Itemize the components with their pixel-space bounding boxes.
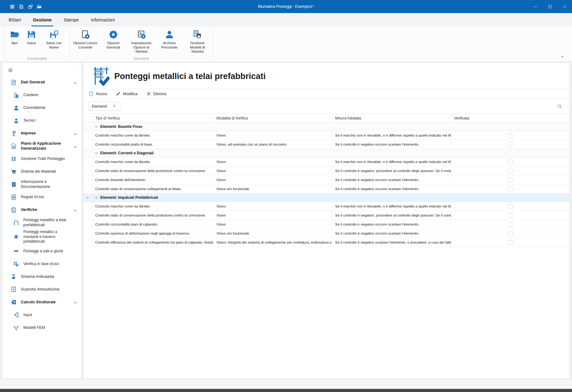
sidebar-item-distinta-dei-materiali[interactable]: Distinta dei Materiali — [2, 165, 82, 178]
cell-verificata — [451, 140, 570, 149]
maximize-icon — [547, 4, 553, 9]
toolbar-button-nuovo[interactable]: Nuovo — [88, 91, 107, 96]
cell-verificata — [451, 131, 570, 140]
verificata-checkbox[interactable] — [508, 231, 513, 236]
ribbon-button-apri[interactable]: Apri — [7, 29, 23, 45]
sidebar-item-ponteggi-metallici-a-montanti-e-traversi-prefabbricati[interactable]: Ponteggi metallici a montanti e traversi… — [2, 229, 82, 245]
sidebar-menu-toggle[interactable] — [2, 63, 82, 76]
table-row[interactable]: Controllo marchio come da libretto. Visi… — [83, 202, 570, 211]
sidebar-item-cantiere[interactable]: Cantiere — [2, 89, 82, 101]
toolbar-button-modifica[interactable]: Modifica — [116, 91, 138, 96]
verificata-checkbox[interactable] — [508, 240, 513, 245]
floppy-page-icon — [49, 30, 59, 40]
cell-tipo: Controllo stato di conservazione della p… — [92, 166, 213, 175]
sidebar-item-ponteggi-metalllici-a-telai-prefabbricati[interactable]: Ponteggi metalllici a telai prefabbricat… — [2, 216, 82, 229]
tab-stampe[interactable]: Stampe — [63, 13, 80, 26]
cart-icon — [11, 169, 17, 175]
main-header: Ponteggi metallici a telai prefabbricati — [83, 63, 570, 89]
table-row[interactable]: Controllo orizzontalità piani di calpest… — [83, 220, 570, 229]
close-button[interactable] — [557, 0, 572, 13]
sidebar-item-piano-di-applicazione-generalizzato[interactable]: Piano di Applicazione Generalizzato — [2, 140, 82, 152]
scaffold-grid-icon — [11, 156, 17, 162]
cell-verificata — [451, 184, 570, 193]
grid-header-verificata[interactable]: Verificata — [451, 114, 570, 122]
cell-modalita: Visivo e/o funzionale. — [213, 184, 332, 193]
cell-misura: Se il controllo è negativo, procedere al… — [332, 166, 451, 175]
sidebar-item-ponteggi-a-tubi-e-giunti[interactable]: Ponteggi a tubi e giunti — [2, 245, 82, 258]
table-row[interactable]: Controllo efficienza dei sistemi di coll… — [83, 238, 570, 247]
search-button[interactable] — [557, 103, 563, 109]
sidebar-item-committente[interactable]: Committente — [2, 101, 82, 114]
chev-down-icon — [72, 131, 78, 137]
sidebar-item-input[interactable]: Input — [2, 309, 82, 321]
chev-down-dark-icon — [94, 124, 99, 129]
grid-header-misura[interactable]: Misura Adottata — [332, 114, 451, 122]
cell-misura: Se il controllo è negativo occorre scart… — [332, 184, 451, 193]
ribbon-button-salva[interactable]: Salva — [23, 29, 40, 45]
table-row[interactable]: Controllo linearità dell'elemento. Visiv… — [83, 175, 570, 184]
toolbar-button-elimina[interactable]: Elimina — [146, 91, 166, 96]
group-row-elementi-impalcati-prefabbricati[interactable]: Elementi: Impalcati Prefabbricati — [83, 194, 570, 202]
ribbon-button-gestione-modelli-di-stampa[interactable]: Gestione Modelli di Stampa — [184, 29, 211, 54]
tube-joint-icon — [13, 248, 19, 254]
qat-save-button[interactable] — [19, 4, 24, 9]
save-icon — [19, 4, 24, 9]
verificata-checkbox[interactable] — [508, 142, 513, 147]
tab-gestione[interactable]: Gestione — [32, 13, 53, 26]
sidebar-item-scariche-atmosferiche[interactable]: Scariche Atmosferiche — [2, 283, 82, 296]
page-gear-icon — [80, 30, 90, 40]
verificata-checkbox[interactable] — [508, 222, 513, 227]
table-row[interactable]: Controllo stato di conservazione della p… — [83, 211, 570, 220]
ribbon-button-salva-con-nome[interactable]: Salva con Nome — [40, 29, 68, 49]
sidebar-item-verifica-in-fase-d-uso[interactable]: Verifica in fase d'uso — [2, 258, 82, 270]
ribbon-button-opzioni-generali[interactable]: Opzioni Generali — [100, 29, 127, 49]
group-row-elementi-basette-fisse[interactable]: Elementi: Basette Fisse — [83, 123, 570, 131]
table-row[interactable]: Controllo stato di conservazione collega… — [83, 184, 570, 194]
maximize-button[interactable] — [543, 0, 557, 13]
ribbon-button-impostazioni-opzioni-di-stampa[interactable]: Impostazioni Opzioni di Stampa — [128, 29, 155, 54]
verificata-checkbox[interactable] — [508, 213, 513, 218]
ribbon-button-opzioni-lavoro-corrente[interactable]: Opzioni Lavoro Corrente — [72, 29, 99, 49]
sidebar-item-calcolo-strutturale[interactable]: Calcolo Strutturale — [2, 296, 82, 309]
cell-modalita: Visivo — [213, 175, 332, 184]
group-row-elementi-correnti-e-diagonali[interactable]: Elementi: Correnti e Diagonali — [83, 149, 570, 157]
grid-header-modalita[interactable]: Modalità di Verifica — [213, 114, 332, 122]
sidebar-item-verifiche[interactable]: Verifiche — [2, 203, 82, 216]
qat-open-folder-button[interactable] — [37, 4, 42, 9]
sidebar-item-dati-generali[interactable]: Dati Generali — [2, 76, 82, 89]
tab-bstart[interactable]: BStart — [8, 13, 22, 26]
sidebar-item-gestione-tratti-ponteggio[interactable]: Gestione Tratti Ponteggio — [2, 152, 82, 165]
chev-up-icon — [72, 300, 78, 306]
cell-misura: Se il controllo è negativo occorre scart… — [332, 140, 451, 149]
ribbon-button-archivio-personale[interactable]: Archivio Personale — [156, 29, 183, 49]
table-row[interactable]: Controllo marchio come da libretto. Visi… — [83, 157, 570, 166]
table-row[interactable]: Controllo stato di conservazione della p… — [83, 166, 570, 175]
verificata-checkbox[interactable] — [508, 160, 513, 164]
ribbon-collapse-button[interactable] — [560, 54, 565, 59]
sidebar-item-informazione-e-documentazione[interactable]: Informazione e Documentazione — [2, 178, 82, 191]
page-gear-print-icon — [136, 30, 146, 40]
tab-informazioni[interactable]: Informazioni — [90, 13, 116, 26]
verificata-checkbox[interactable] — [508, 187, 513, 191]
qat-save-as-button[interactable] — [28, 4, 33, 9]
table-row[interactable]: Controllo marchio come da libretto. Visi… — [83, 131, 570, 140]
verificata-checkbox[interactable] — [508, 133, 513, 138]
verificata-checkbox[interactable] — [508, 178, 513, 182]
cell-modalita: Visivo — [213, 202, 332, 211]
qat-app-button[interactable] — [10, 4, 15, 9]
grid-header-tipo[interactable]: Tipo di Verifica — [92, 114, 213, 122]
checklist-icon — [11, 207, 17, 213]
elementi-dropdown[interactable]: Elementi — [88, 102, 120, 111]
sidebar-item-imprese[interactable]: Imprese — [2, 127, 82, 140]
table-row[interactable]: Controllo orizzontalità piatto di base. … — [83, 140, 570, 149]
table-row[interactable]: Controllo assenza di deformazioni negli … — [83, 229, 570, 238]
minimize-button[interactable] — [528, 0, 543, 13]
verificata-checkbox[interactable] — [508, 204, 513, 209]
sidebar-item-sistema-anticaduta[interactable]: Sistema Anticaduta — [2, 270, 82, 283]
sidebar-item-regole-d-uso[interactable]: Regole d'Uso — [2, 191, 82, 203]
sidebar-item-tecnici[interactable]: Tecnici — [2, 114, 82, 127]
sidebar-item-modelli-fem[interactable]: Modelli FEM — [2, 321, 82, 334]
chev-down-dark-icon — [94, 195, 99, 200]
gear-icon — [108, 30, 118, 40]
verificata-checkbox[interactable] — [508, 169, 513, 173]
